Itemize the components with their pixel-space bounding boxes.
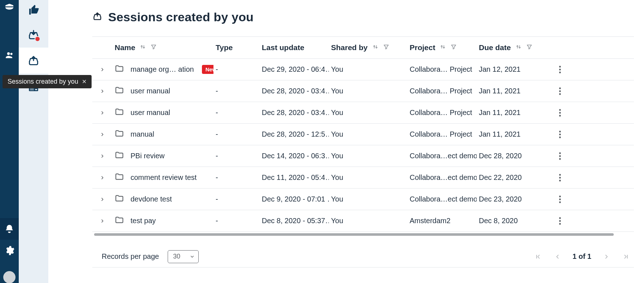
expand-toggle[interactable] [92,127,113,142]
svg-point-12 [559,115,561,116]
col-name[interactable]: Name [113,37,213,58]
cell-project: Collabora…ect demo [407,190,477,208]
cell-project: Collabora… Project [407,103,477,122]
row-actions[interactable] [549,61,563,79]
page-title-text: Sessions created by you [108,10,253,24]
rpp-value: 30 [173,253,180,260]
folder-icon [115,85,124,97]
expand-toggle[interactable] [92,170,113,185]
expand-toggle[interactable] [92,192,113,207]
page-last[interactable] [622,252,630,261]
horizontal-scrollbar[interactable] [92,233,634,236]
filter-icon[interactable] [150,43,157,52]
svg-point-0 [7,52,10,55]
cell-name: comment review test [113,167,213,188]
expand-toggle[interactable] [92,149,113,164]
subnav-outbox[interactable] [19,48,48,74]
row-actions[interactable] [549,147,563,165]
folder-icon [115,172,124,183]
cell-shared-by: You [329,82,407,100]
table-row[interactable]: user manual - Dec 28, 2020 - 03:4… You C… [92,80,634,102]
nav-notifications[interactable] [0,218,19,240]
svg-point-5 [559,68,561,70]
row-name: test pay [131,217,156,225]
nav-collab[interactable] [0,45,19,66]
sort-icon[interactable] [440,43,446,52]
cell-last-update: Dec 28, 2020 - 12:5… [260,125,329,143]
table-row[interactable]: comment review test - Dec 11, 2020 - 05:… [92,167,634,189]
cell-due-date: Jan 11, 2021 [477,82,549,100]
page-title: Sessions created by you [92,10,634,24]
svg-point-20 [559,177,561,178]
table-row[interactable]: test pay - Dec 8, 2020 - 05:37… You Amst… [92,210,634,232]
folder-icon [115,215,124,226]
row-name: PBi review [131,152,164,160]
svg-point-1 [10,53,13,55]
page-first[interactable] [534,252,542,261]
rpp-label: Records per page [102,252,159,261]
svg-point-8 [559,90,561,92]
main-content: Sessions created by you Name Type Last u… [48,0,644,283]
sort-icon[interactable] [140,43,146,52]
cell-due-date: Jan 12, 2021 [477,60,549,79]
cell-project: Collabora…ect demo [407,147,477,165]
subnav-tooltip: Sessions created by you ✕ [3,75,92,88]
row-actions[interactable] [549,169,563,187]
subnav-thumb[interactable] [19,0,48,22]
nav-home[interactable] [0,0,19,17]
page-next[interactable] [602,252,611,261]
expand-toggle[interactable] [92,84,113,99]
cell-due-date: Dec 23, 2020 [477,190,549,208]
cell-shared-by: You [329,60,407,79]
table-row[interactable]: manual - Dec 28, 2020 - 12:5… You Collab… [92,124,634,145]
row-actions[interactable] [549,104,563,122]
nav-settings[interactable] [0,240,19,261]
cell-name: user manual [113,102,213,123]
col-shared-by[interactable]: Shared by [329,37,407,58]
page-prev[interactable] [553,252,562,261]
cell-project: Amsterdam2 [407,212,477,230]
filter-icon[interactable] [526,43,533,52]
row-actions[interactable] [549,190,563,208]
sort-icon[interactable] [515,43,522,52]
filter-icon[interactable] [450,43,457,52]
table-row[interactable]: devdone test - Dec 9, 2020 - 07:01 … You… [92,189,634,210]
row-actions[interactable] [549,125,563,143]
subnav-inbox[interactable] [19,22,48,48]
table-row[interactable]: manage org… ation New - Dec 29, 2020 - 0… [92,59,634,80]
row-name: devdone test [131,195,172,203]
rpp-select[interactable]: 30 [168,250,199,263]
row-actions[interactable] [549,212,563,230]
col-project[interactable]: Project [407,37,477,58]
svg-point-11 [559,112,561,114]
filter-icon[interactable] [383,43,389,52]
expand-toggle[interactable] [92,105,113,120]
cell-last-update: Dec 11, 2020 - 05:4… [260,168,329,187]
table-row[interactable]: user manual - Dec 28, 2020 - 03:4… You C… [92,102,634,124]
expand-toggle[interactable] [92,213,113,229]
svg-point-24 [559,201,561,203]
sort-icon[interactable] [372,43,379,52]
cell-project: Collabora… Project [407,125,477,143]
cell-shared-by: You [329,147,407,165]
cell-project: Collabora…ect demo [407,168,477,187]
cell-name: manual [113,124,213,145]
cell-shared-by: You [329,168,407,187]
col-type[interactable]: Type [213,37,260,58]
close-icon[interactable]: ✕ [82,78,87,85]
svg-point-23 [559,198,561,200]
cell-type: - [213,82,260,100]
nav-profile[interactable] [0,261,19,283]
svg-point-14 [559,133,561,135]
table-row[interactable]: PBi review - Dec 14, 2020 - 06:3… You Co… [92,145,634,167]
svg-point-27 [559,223,561,225]
cell-due-date: Dec 22, 2020 [477,168,549,187]
svg-point-26 [559,220,561,222]
cell-name: manage org… ation New [113,59,213,80]
expand-toggle[interactable] [92,62,113,77]
row-actions[interactable] [549,82,563,100]
col-due-date[interactable]: Due date [477,37,549,58]
row-name: manage org… ation [131,65,194,74]
row-name: user manual [131,109,170,117]
col-last-update[interactable]: Last update [260,37,329,58]
